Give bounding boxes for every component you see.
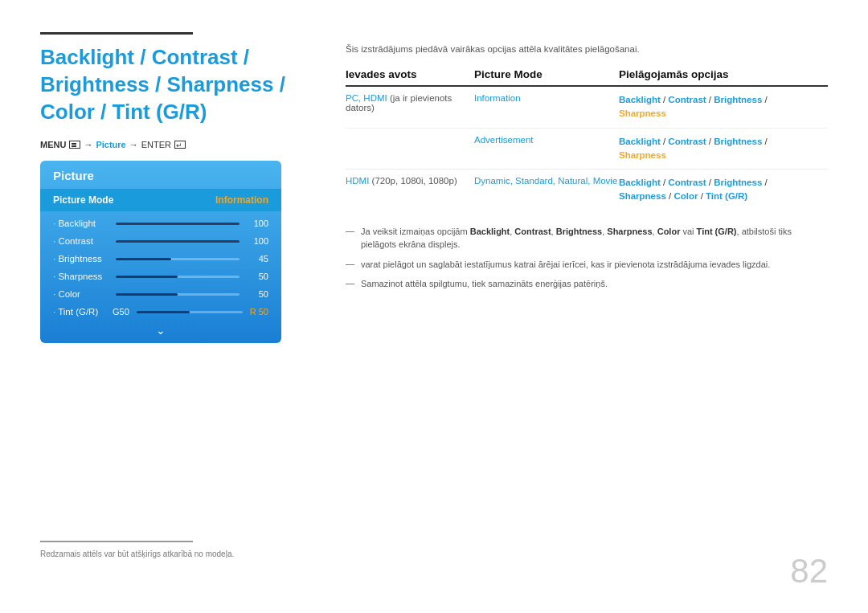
picture-label: Picture — [96, 140, 125, 149]
slider-sharpness-track[interactable] — [116, 276, 240, 278]
tint-fill — [137, 311, 190, 313]
top-line — [40, 32, 193, 35]
slider-backlight-label: Backlight — [53, 219, 109, 228]
picture-mode-label: Picture Mode — [53, 194, 113, 206]
option-sharpness: Sharpness — [619, 108, 666, 118]
note-dash-2: ― — [346, 259, 354, 268]
option-color3: Color — [674, 191, 698, 201]
note-text-2: varat pielāgot un saglabāt iestatījumus … — [361, 258, 770, 272]
page-container: Backlight / Contrast / Brightness / Shar… — [0, 0, 868, 613]
menu-path: MENU → Picture → ENTER — [40, 140, 330, 149]
note-item-2: ― varat pielāgot un saglabāt iestatījumu… — [346, 258, 828, 272]
intro-text: Šis izstrādājums piedāvā vairākas opcija… — [346, 44, 828, 54]
note-text-3: Samazinot attēla spilgtumu, tiek samazin… — [361, 277, 608, 291]
slider-contrast-label: Contrast — [53, 236, 109, 246]
options-row2: Backlight / Contrast / Brightness / Shar… — [619, 128, 828, 170]
arrow1: → — [84, 140, 92, 149]
slider-sharpness-fill — [116, 276, 178, 278]
options-row3: Backlight / Contrast / Brightness / Shar… — [619, 170, 828, 210]
slider-backlight-value: 100 — [246, 219, 268, 228]
main-title: Backlight / Contrast / Brightness / Shar… — [40, 44, 330, 125]
options-row1: Backlight / Contrast / Brightness / Shar… — [619, 86, 828, 128]
slider-tint[interactable]: Tint (G/R) G50 R 50 — [40, 303, 281, 321]
picture-panel: Picture Picture Mode Information Backlig… — [40, 161, 281, 343]
tint-g-value: G50 — [113, 307, 133, 317]
slider-sharpness-label: Sharpness — [53, 272, 109, 281]
slider-color[interactable]: Color 50 — [40, 285, 281, 303]
slider-brightness-value: 45 — [246, 254, 268, 264]
menu-label: MENU — [40, 140, 66, 149]
right-column: Šis izstrādājums piedāvā vairākas opcija… — [346, 44, 828, 297]
table-header-row: Ievades avots Picture Mode Pielāgojamās … — [346, 68, 828, 86]
slider-color-fill — [116, 293, 178, 296]
slider-tint-label: Tint (G/R) — [53, 307, 109, 317]
panel-title: Picture — [40, 161, 281, 189]
slider-backlight-track[interactable] — [116, 223, 240, 225]
picture-mode-row[interactable]: Picture Mode Information — [40, 189, 281, 211]
option-contrast: Contrast — [668, 95, 706, 104]
enter-label: ENTER — [141, 140, 171, 149]
tint-track[interactable] — [137, 311, 243, 313]
col-header-source: Ievades avots — [346, 68, 474, 86]
arrow2: → — [129, 140, 138, 149]
menu-icon — [69, 141, 80, 149]
mode-information: Information — [474, 86, 619, 128]
info-table: Ievades avots Picture Mode Pielāgojamās … — [346, 68, 828, 210]
option-contrast2: Contrast — [668, 137, 706, 146]
source-hdmi: HDMI (720p, 1080i, 1080p) — [346, 170, 474, 210]
enter-icon — [174, 141, 186, 149]
tint-r-value: R 50 — [246, 307, 268, 317]
option-tint3: Tint (G/R) — [706, 191, 747, 201]
note-item-1: ― Ja veiksit izmaiņas opcijām Backlight,… — [346, 225, 828, 251]
source-pc-hdmi: PC, HDMI (ja ir pievienots dators) — [346, 86, 474, 128]
slider-color-track[interactable] — [116, 293, 240, 296]
table-row: HDMI (720p, 1080i, 1080p) Dynamic, Stand… — [346, 170, 828, 210]
slider-contrast-track[interactable] — [116, 240, 240, 243]
chevron-down-icon: ⌄ — [156, 324, 166, 337]
mode-advertisement: Advertisement — [474, 128, 619, 170]
right-notes: ― Ja veiksit izmaiņas opcijām Backlight,… — [346, 225, 828, 291]
bottom-note-line — [40, 541, 193, 542]
option-brightness: Brightness — [714, 95, 762, 104]
table-row: Advertisement Backlight / Contrast / Bri… — [346, 128, 828, 170]
option-backlight2: Backlight — [619, 137, 661, 146]
option-brightness3: Brightness — [714, 178, 762, 187]
picture-mode-value: Information — [215, 194, 268, 206]
option-backlight: Backlight — [619, 95, 661, 104]
source-empty — [346, 128, 474, 170]
slider-brightness-label: Brightness — [53, 254, 109, 264]
mode-dynamic: Dynamic, Standard, Natural, Movie — [474, 170, 619, 210]
slider-brightness-track[interactable] — [116, 258, 240, 260]
note-text-1: Ja veiksit izmaiņas opcijām Backlight, C… — [361, 225, 828, 251]
note-dash-3: ― — [346, 278, 354, 288]
slider-contrast-value: 100 — [246, 236, 268, 246]
slider-backlight-fill — [116, 223, 240, 225]
slider-color-label: Color — [53, 289, 109, 299]
slider-sharpness-value: 50 — [246, 272, 268, 281]
slider-brightness[interactable]: Brightness 45 — [40, 250, 281, 268]
page-number: 82 — [790, 552, 828, 591]
table-row: PC, HDMI (ja ir pievienots dators) Infor… — [346, 86, 828, 128]
col-header-options: Pielāgojamās opcijas — [619, 68, 828, 86]
slider-brightness-fill — [116, 258, 171, 260]
bottom-note: Redzamais attēls var būt atšķirīgs atkar… — [40, 550, 234, 558]
option-brightness2: Brightness — [714, 137, 762, 146]
option-sharpness2: Sharpness — [619, 150, 666, 160]
left-column: Backlight / Contrast / Brightness / Shar… — [40, 44, 330, 343]
option-contrast3: Contrast — [668, 178, 706, 187]
option-backlight3: Backlight — [619, 178, 661, 187]
note-item-3: ― Samazinot attēla spilgtumu, tiek samaz… — [346, 277, 828, 291]
slider-contrast-fill — [116, 240, 240, 243]
note-dash-1: ― — [346, 226, 354, 235]
slider-backlight[interactable]: Backlight 100 — [40, 215, 281, 232]
chevron-row: ⌄ — [40, 321, 281, 343]
slider-sharpness[interactable]: Sharpness 50 — [40, 268, 281, 285]
col-header-mode: Picture Mode — [474, 68, 619, 86]
option-sharpness3: Sharpness — [619, 191, 666, 201]
slider-contrast[interactable]: Contrast 100 — [40, 232, 281, 250]
slider-color-value: 50 — [246, 289, 268, 299]
